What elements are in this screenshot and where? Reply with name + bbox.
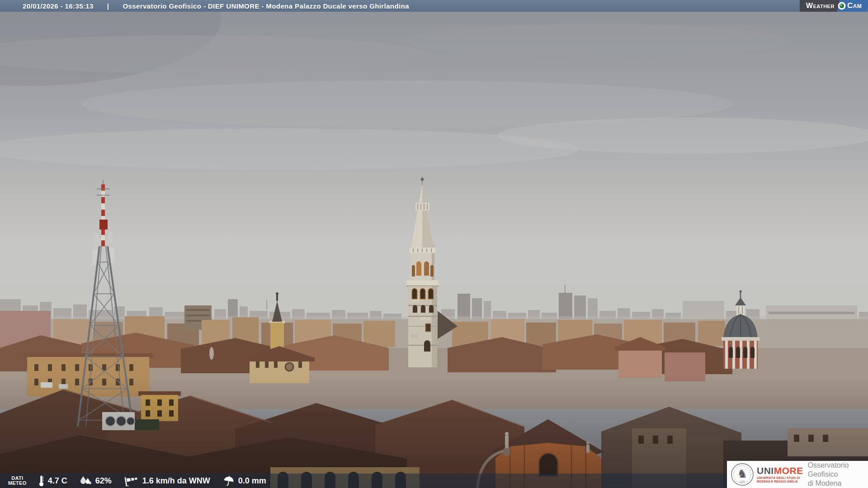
webcam-photo xyxy=(0,0,868,488)
unimore-branding[interactable]: ♞ 1175 UNIMORE UNIVERSITÀ DEGLI STUDI DI… xyxy=(727,461,868,488)
camera-lens-icon xyxy=(838,2,846,10)
weathercam-weather-label: Weather xyxy=(800,0,842,12)
timestamp: 20/01/2026 - 16:35:13 xyxy=(23,2,94,10)
humidity-reading: 62% xyxy=(80,475,112,486)
umbrella-icon xyxy=(223,475,235,486)
divider: | xyxy=(107,2,109,10)
humidity-icon xyxy=(80,475,92,486)
unimore-wordmark: UNIMORE UNIVERSITÀ DEGLI STUDI DI MODENA… xyxy=(757,466,803,483)
temperature-reading: 4.7 C xyxy=(38,475,67,487)
title-bar: 20/01/2026 - 16:35:13 | Osservatorio Geo… xyxy=(0,0,868,12)
windsock-icon xyxy=(124,475,139,486)
svg-text:1175: 1175 xyxy=(740,480,745,483)
thermometer-icon xyxy=(38,475,44,487)
unimore-seal-icon: ♞ 1175 xyxy=(731,463,754,486)
weathercam-logo[interactable]: Weather Cam xyxy=(800,0,868,12)
webcam-page: 20/01/2026 - 16:35:13 | Osservatorio Geo… xyxy=(0,0,868,488)
observatory-name: Osservatorio Geofisico di Modena xyxy=(808,461,868,488)
svg-text:♞: ♞ xyxy=(737,467,747,480)
wind-reading: 1.6 km/h da WNW xyxy=(124,475,210,486)
page-title: Osservatorio Geofisico - DIEF UNIMORE - … xyxy=(123,2,409,10)
precipitation-reading: 0.0 mm xyxy=(223,475,266,486)
meteo-label: DATI METEO xyxy=(8,476,27,486)
